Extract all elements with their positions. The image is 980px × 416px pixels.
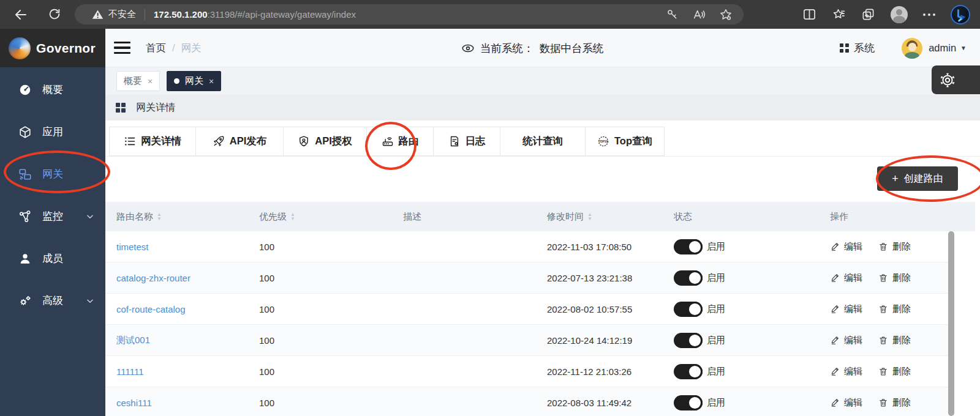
edit-button[interactable]: 编辑 (830, 335, 862, 346)
status-toggle[interactable] (674, 364, 703, 379)
security-label[interactable]: 不安全 (108, 9, 136, 20)
status-toggle[interactable] (674, 270, 703, 286)
section-title: 网关详情 (136, 102, 175, 114)
route-priority: 100 (248, 242, 392, 252)
browser-back-icon[interactable] (13, 7, 28, 22)
edit-button[interactable]: 编辑 (830, 397, 862, 409)
breadcrumb-separator: / (172, 42, 175, 54)
split-screen-icon[interactable] (802, 7, 816, 21)
close-icon[interactable]: × (148, 76, 153, 86)
active-dot-icon (174, 78, 179, 84)
governor-logo-icon (9, 37, 31, 59)
route-modified: 2022-11-03 17:08:50 (536, 242, 663, 252)
browser-refresh-icon[interactable] (48, 7, 62, 22)
tab-stats-query[interactable]: 统计查询 (500, 127, 586, 156)
route-name-link[interactable]: cof-route-catalog (116, 304, 186, 314)
list-icon (124, 135, 136, 147)
sidebar-item-gateway[interactable]: 网关 (0, 153, 105, 195)
url-host[interactable]: 172.50.1.200 (154, 9, 208, 20)
delete-button[interactable]: 删除 (878, 303, 911, 315)
tab-label: Top查询 (614, 135, 652, 148)
status-label: 启用 (707, 397, 725, 409)
edit-button[interactable]: 编辑 (830, 272, 862, 284)
sidebar-item-monitor[interactable]: 监控 (0, 195, 105, 237)
delete-button[interactable]: 删除 (878, 335, 911, 346)
sidebar-item-advanced[interactable]: 高级 (0, 280, 105, 322)
system-menu-label: 系统 (854, 41, 875, 55)
route-modified: 2022-08-02 10:57:55 (536, 304, 663, 314)
tab-chip-gateway[interactable]: 网关 × (167, 71, 221, 91)
route-name-link[interactable]: ceshi111 (116, 398, 152, 408)
system-menu[interactable]: 系统 (840, 41, 875, 55)
delete-button[interactable]: 删除 (878, 272, 911, 284)
sort-icon[interactable]: ▲▼ (157, 212, 162, 221)
section-header: 网关详情 (105, 95, 980, 121)
address-bar[interactable]: 不安全 172.50.1.200 :31198/#/api-gateway/ga… (75, 4, 744, 24)
browser-more-icon[interactable] (923, 13, 935, 16)
top10-badge-icon: TOP10 (597, 135, 609, 147)
user-avatar[interactable] (902, 38, 922, 59)
delete-button[interactable]: 删除 (878, 366, 911, 377)
sort-icon[interactable]: ▲▼ (290, 212, 295, 221)
column-label: 修改时间 (547, 211, 584, 223)
url-path[interactable]: :31198/#/api-gateway/gateway/index (208, 9, 356, 20)
password-key-icon[interactable] (666, 8, 679, 21)
column-header-name[interactable]: 路由名称 ▲▼ (105, 211, 248, 223)
column-header-description: 描述 (392, 211, 536, 223)
route-name-link[interactable]: 111111 (116, 366, 144, 377)
delete-label: 删除 (892, 397, 911, 409)
tab-api-auth[interactable]: API授权 (284, 127, 367, 156)
delete-label: 删除 (892, 303, 911, 315)
edit-button[interactable]: 编辑 (830, 366, 862, 377)
tab-top-query[interactable]: TOP10 Top查询 (586, 127, 665, 156)
delete-button[interactable]: 删除 (878, 397, 911, 409)
sidebar-item-members[interactable]: 成员 (0, 237, 105, 280)
route-name-link[interactable]: 测试001 (116, 335, 150, 346)
route-name-link[interactable]: timetest (116, 242, 149, 252)
current-system-prefix: 当前系统： (480, 41, 534, 56)
read-aloud-icon[interactable] (692, 8, 706, 21)
tab-api-publish[interactable]: API发布 (196, 127, 284, 156)
status-toggle[interactable] (674, 333, 703, 348)
log-document-icon (448, 135, 461, 147)
table-header-row: 路由名称 ▲▼ 优先级 ▲▼ 描述 修改时间 ▲▼ 状态 操作 (105, 202, 975, 231)
edit-button[interactable]: 编辑 (830, 303, 862, 315)
username[interactable]: admin (929, 42, 956, 54)
table-scrollbar[interactable] (948, 231, 954, 416)
status-toggle[interactable] (674, 395, 703, 410)
chevron-down-icon[interactable] (86, 297, 94, 305)
theme-settings-button[interactable] (932, 65, 980, 94)
bing-chat-icon[interactable] (951, 5, 970, 24)
column-label: 描述 (403, 211, 421, 223)
column-header-modified[interactable]: 修改时间 ▲▼ (536, 211, 663, 223)
route-priority: 100 (248, 335, 392, 346)
delete-button[interactable]: 删除 (878, 241, 911, 253)
tab-routes[interactable]: 路由 (367, 127, 434, 156)
column-header-priority[interactable]: 优先级 ▲▼ (248, 211, 392, 223)
breadcrumb-home[interactable]: 首页 (146, 42, 166, 55)
edit-button[interactable]: 编辑 (830, 241, 862, 253)
create-route-button[interactable]: + 创建路由 (877, 166, 958, 191)
tab-chip-overview[interactable]: 概要 × (116, 71, 160, 91)
close-icon[interactable]: × (209, 76, 214, 86)
collapse-menu-icon[interactable] (114, 42, 130, 54)
route-name-link[interactable]: catalog-zhx-router (116, 273, 190, 283)
browser-profile-avatar[interactable] (891, 6, 908, 23)
user-caret-down-icon[interactable]: ▼ (960, 45, 967, 51)
favorites-icon[interactable] (832, 7, 846, 21)
sidebar-item-apps[interactable]: 应用 (0, 111, 105, 153)
sort-icon[interactable]: ▲▼ (587, 212, 592, 221)
routes-table: 路由名称 ▲▼ 优先级 ▲▼ 描述 修改时间 ▲▼ 状态 操作 (105, 202, 980, 416)
tab-gateway-detail[interactable]: 网关详情 (109, 127, 196, 156)
sidebar-item-overview[interactable]: 概要 (0, 69, 105, 111)
delete-label: 删除 (892, 335, 911, 346)
section-grid-icon (116, 103, 126, 113)
status-toggle[interactable] (674, 302, 703, 317)
chevron-down-icon[interactable] (86, 212, 94, 221)
status-toggle[interactable] (674, 239, 703, 254)
collections-icon[interactable] (861, 7, 875, 21)
add-favorite-icon[interactable] (719, 8, 733, 21)
tab-logs[interactable]: 日志 (434, 127, 500, 156)
brand-logo[interactable]: Governor (0, 29, 105, 67)
eye-icon[interactable] (461, 42, 475, 55)
